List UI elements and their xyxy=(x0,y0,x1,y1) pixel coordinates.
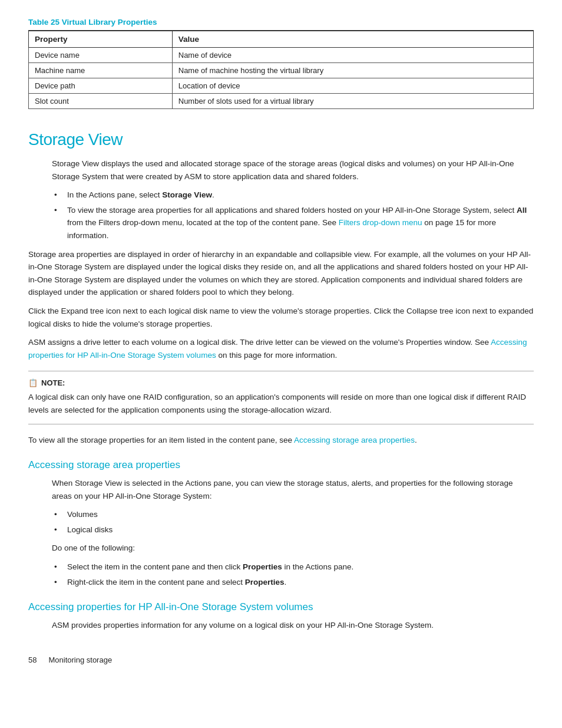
storage-view-para3: Click the Expand tree icon next to each … xyxy=(28,305,534,330)
accessing-properties-para1: ASM provides properties information for … xyxy=(52,619,534,632)
bullet-storage-view-2: To view the storage area properties for … xyxy=(61,204,534,242)
table-row: Slot countNumber of slots used for a vir… xyxy=(29,94,534,109)
storage-view-para2: Storage area properties are displayed in… xyxy=(28,248,534,299)
table-cell-property: Slot count xyxy=(29,94,173,109)
bullet-select-item: Select the item in the content pane and … xyxy=(61,561,534,574)
virtual-library-properties-table: Property Value Device nameName of device… xyxy=(28,30,534,109)
list-item: Logical disks xyxy=(61,523,534,536)
accessing-storage-para1: When Storage View is selected in the Act… xyxy=(52,477,534,502)
list-item: Volumes xyxy=(61,508,534,521)
note-icon: 📋 xyxy=(28,378,38,387)
table-row: Machine nameName of machine hosting the … xyxy=(29,63,534,78)
storage-view-bullets1: In the Actions pane, select Storage View… xyxy=(61,189,534,242)
accessing-storage-heading: Accessing storage area properties xyxy=(28,459,534,471)
bold-properties-1: Properties xyxy=(243,562,282,571)
bullet-storage-view-1: In the Actions pane, select Storage View… xyxy=(61,189,534,202)
table-cell-property: Device name xyxy=(29,48,173,63)
storage-view-para5: To view all the storage properties for a… xyxy=(28,434,534,447)
do-one-text: Do one of the following: xyxy=(52,542,534,555)
link-accessing-storage-area[interactable]: Accessing storage area properties xyxy=(294,436,415,444)
table-cell-value: Location of device xyxy=(172,78,533,94)
link-filters-dropdown[interactable]: Filters drop-down menu xyxy=(339,218,422,227)
footer-label: Monitoring storage xyxy=(48,655,112,664)
note-label: 📋 NOTE: xyxy=(28,378,534,387)
storage-view-heading: Storage View xyxy=(28,130,534,149)
page-number: 58 xyxy=(28,655,37,664)
accessing-properties-heading: Accessing properties for HP All-in-One S… xyxy=(28,601,534,613)
table-cell-property: Device path xyxy=(29,78,173,94)
note-box: 📋 NOTE: A logical disk can only have one… xyxy=(28,371,534,424)
bold-all: All xyxy=(517,206,527,215)
link-accessing-properties-volumes[interactable]: Accessing properties for HP All-in-One S… xyxy=(28,338,527,360)
col-header-value: Value xyxy=(172,31,533,48)
table-cell-value: Name of device xyxy=(172,48,533,63)
page-footer: 58 Monitoring storage xyxy=(28,655,534,664)
col-header-property: Property xyxy=(29,31,173,48)
storage-view-para4: ASM assigns a drive letter to each volum… xyxy=(28,336,534,361)
accessing-storage-bullets: VolumesLogical disks xyxy=(61,508,534,536)
table-row: Device nameName of device xyxy=(29,48,534,63)
table-cell-value: Name of machine hosting the virtual libr… xyxy=(172,63,533,78)
note-text: A logical disk can only have one RAID co… xyxy=(28,391,534,416)
bullet-rightclick-item: Right-click the item in the content pane… xyxy=(61,576,534,589)
table-cell-value: Number of slots used for a virtual libra… xyxy=(172,94,533,109)
table-title: Table 25 Virtual Library Properties xyxy=(28,18,534,27)
bold-storage-view: Storage View xyxy=(162,190,212,199)
table-cell-property: Machine name xyxy=(29,63,173,78)
bold-properties-2: Properties xyxy=(245,578,285,587)
table-row: Device pathLocation of device xyxy=(29,78,534,94)
storage-view-para1: Storage View displays the used and alloc… xyxy=(52,157,534,183)
accessing-storage-bullets2: Select the item in the content pane and … xyxy=(61,561,534,588)
